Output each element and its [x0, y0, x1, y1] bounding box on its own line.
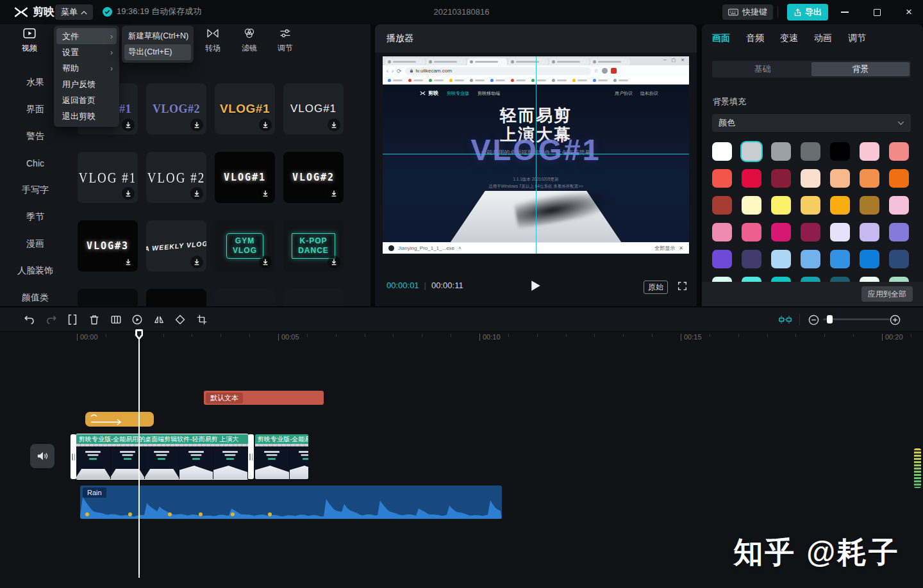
color-swatch[interactable]	[801, 196, 820, 215]
color-swatch[interactable]	[830, 196, 850, 215]
template-card[interactable]	[78, 289, 138, 306]
split-button[interactable]	[66, 313, 79, 326]
template-card[interactable]: VLOG #1	[78, 152, 138, 203]
bookmark-item[interactable]	[429, 79, 444, 82]
color-swatch[interactable]	[742, 196, 761, 215]
color-swatch[interactable]	[830, 223, 850, 241]
template-download-button[interactable]	[122, 118, 135, 131]
template-card[interactable]: VLOG#1	[283, 83, 344, 135]
template-card[interactable]: GYM VLOG	[215, 220, 275, 272]
tool-transition[interactable]: 转场	[196, 28, 229, 54]
color-swatch[interactable]	[801, 250, 820, 268]
template-download-button[interactable]	[328, 118, 340, 131]
color-swatch[interactable]	[889, 169, 909, 188]
bookmark-item[interactable]	[449, 79, 464, 82]
template-download-button[interactable]	[259, 187, 272, 200]
export-button[interactable]: 导出	[787, 4, 828, 20]
color-swatch[interactable]	[771, 142, 791, 161]
color-swatch[interactable]	[712, 142, 732, 161]
template-download-button[interactable]	[190, 187, 203, 200]
color-swatch[interactable]	[860, 169, 879, 188]
template-card[interactable]: K-POP DANCE	[283, 220, 344, 272]
tab-音频[interactable]: 音频	[746, 33, 764, 44]
delete-button[interactable]	[88, 313, 101, 326]
color-swatch[interactable]	[712, 223, 732, 241]
menu-button[interactable]: 菜单	[55, 4, 93, 20]
bookmark-item[interactable]	[511, 79, 526, 82]
clip-trim-handle-left[interactable]	[71, 434, 76, 479]
audio-clip[interactable]: Rain	[80, 486, 502, 519]
color-swatch[interactable]	[712, 250, 732, 268]
text-clip[interactable]: 默认文本	[204, 391, 324, 405]
zoom-in-button[interactable]	[888, 313, 901, 326]
maximize-button[interactable]	[867, 0, 886, 24]
bookmark-item[interactable]	[490, 79, 505, 82]
template-download-button[interactable]	[190, 118, 203, 131]
color-swatch[interactable]	[830, 169, 850, 188]
bookmark-item[interactable]	[613, 79, 628, 82]
template-download-button[interactable]	[190, 256, 203, 268]
video-clip[interactable]: 剪映专业版-全能易	[255, 434, 308, 479]
color-swatch[interactable]	[860, 223, 879, 241]
color-swatch[interactable]	[889, 250, 909, 268]
tab-画面[interactable]: 画面	[712, 33, 730, 44]
snap-toggle[interactable]	[779, 313, 792, 326]
template-card[interactable]	[215, 289, 275, 306]
color-swatch[interactable]	[860, 250, 879, 268]
color-swatch[interactable]	[742, 142, 761, 161]
color-swatch[interactable]	[712, 196, 732, 215]
sidebar-item-漫画[interactable]: 漫画	[0, 231, 71, 257]
template-download-button[interactable]	[328, 187, 340, 200]
browser-tab[interactable]	[385, 58, 425, 65]
close-button[interactable]: ×	[899, 0, 919, 24]
color-swatch[interactable]	[860, 196, 879, 215]
color-swatch[interactable]	[742, 223, 761, 241]
browser-tab[interactable]	[467, 58, 507, 65]
tab-动画[interactable]: 动画	[814, 33, 832, 44]
menu-item-退出剪映[interactable]: 退出剪映	[54, 108, 119, 124]
freeze-frame-button[interactable]	[110, 313, 122, 326]
color-swatch[interactable]	[830, 250, 850, 268]
tab-video[interactable]: 视频	[12, 28, 47, 54]
bookmark-item[interactable]	[552, 79, 567, 82]
bookmark-item[interactable]	[470, 79, 485, 82]
bookmark-item[interactable]	[388, 79, 403, 82]
subtab-基础[interactable]: 基础	[713, 62, 811, 76]
playhead-line[interactable]	[138, 339, 140, 578]
color-swatch[interactable]	[889, 196, 909, 215]
color-swatch[interactable]	[771, 169, 791, 188]
zoom-slider-handle[interactable]	[827, 315, 833, 323]
color-swatch[interactable]	[889, 223, 909, 241]
subtab-背景[interactable]: 背景	[811, 62, 910, 76]
redo-button[interactable]	[45, 313, 58, 326]
template-card[interactable]: VLOG#2	[146, 83, 206, 135]
color-swatch[interactable]	[801, 169, 820, 188]
sidebar-item-季节[interactable]: 季节	[0, 204, 71, 231]
shortcut-button[interactable]: 快捷键	[722, 4, 773, 20]
reverse-button[interactable]	[131, 313, 144, 326]
sticker-clip[interactable]	[85, 412, 154, 427]
browser-tab[interactable]	[590, 58, 630, 65]
undo-button[interactable]	[23, 313, 36, 326]
rotate-button[interactable]	[174, 313, 187, 326]
fullscreen-button[interactable]	[678, 281, 687, 293]
template-card[interactable]: DAY–	[146, 289, 206, 306]
color-swatch[interactable]	[771, 223, 791, 241]
zoom-out-button[interactable]	[807, 313, 820, 326]
template-card[interactable]	[283, 289, 344, 306]
tool-adjust[interactable]: 调节	[269, 28, 302, 54]
clip-trim-handle-right[interactable]	[248, 434, 254, 479]
color-swatch[interactable]	[771, 196, 791, 215]
template-download-button[interactable]	[122, 256, 135, 268]
tab-调节[interactable]: 调节	[848, 33, 866, 44]
color-swatch[interactable]	[801, 223, 820, 241]
template-card[interactable]: VLOG#1	[215, 83, 275, 135]
template-download-button[interactable]	[259, 118, 272, 131]
crop-button[interactable]	[195, 313, 208, 326]
template-card[interactable]: VLOG #2	[146, 152, 206, 203]
color-swatch[interactable]	[830, 142, 850, 161]
color-swatch[interactable]	[801, 142, 820, 161]
color-swatch[interactable]	[860, 142, 879, 161]
template-card[interactable]: VLOG#2	[283, 152, 344, 203]
sidebar-item-Chic[interactable]: Chic	[0, 150, 71, 177]
